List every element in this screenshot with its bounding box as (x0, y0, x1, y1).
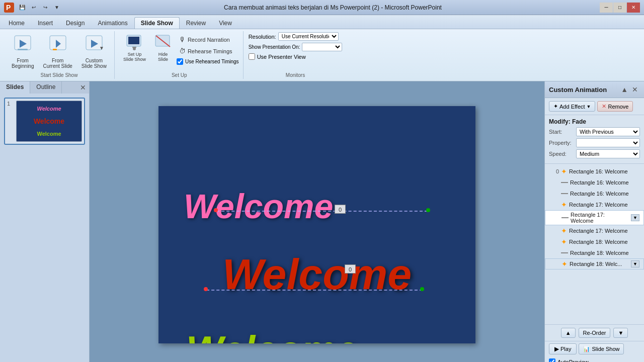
anim-item-5[interactable]: Rectangle 17: Welcome ▼ (545, 210, 644, 225)
record-icon: 🎙 (179, 36, 186, 43)
speed-select[interactable]: Medium Slow Fast (576, 149, 640, 158)
ribbon-content: FromBeginning FromCurrent Slide (0, 29, 644, 81)
anim-star-1: ✦ (561, 167, 567, 175)
slideshow-label: Slide Show (592, 346, 619, 352)
play-label: Play (560, 346, 571, 352)
slideshow-button[interactable]: 📊 Slide Show (579, 343, 624, 354)
anim-line-5 (561, 217, 569, 218)
anim-panel-close-button[interactable]: ✕ (630, 84, 640, 95)
reorder-down-button[interactable]: ▼ (613, 328, 628, 338)
svg-rect-12 (128, 37, 139, 44)
tab-outline[interactable]: Outline (30, 81, 62, 94)
anim-name-4: Rectangle 17: Welcome (569, 202, 640, 208)
play-button[interactable]: ▶ Play (549, 343, 577, 354)
reorder-label-button[interactable]: Re-Order (579, 328, 611, 338)
autopreview-label: AutoPreview (557, 359, 589, 363)
anim-item-6[interactable]: ✦ Rectangle 17: Welcome (545, 225, 644, 236)
motion-arrow-end-red (420, 287, 424, 291)
rehearse-timings-button[interactable]: ⏱ Rehearse Timings (177, 46, 239, 56)
custom-animation-panel: Custom Animation ▲ ✕ ✦ Add Effect ▼ ✕ Re… (544, 81, 644, 362)
anim-item-5-dropdown[interactable]: ▼ (631, 214, 639, 221)
slide-thumbnail-1[interactable]: 1 Welcome Welcome Welcome (4, 98, 85, 145)
svg-text:P: P (6, 4, 11, 12)
show-on-select[interactable] (302, 43, 342, 51)
record-narration-label: Record Narration (188, 37, 230, 43)
tab-review[interactable]: Review (180, 17, 212, 29)
anim-star-9: ✦ (561, 260, 568, 268)
hide-slide-button[interactable]: HideSlide (151, 32, 175, 64)
welcome-text-red[interactable]: Welcome (169, 249, 465, 299)
close-button[interactable]: ✕ (627, 3, 640, 13)
anim-item-8[interactable]: Rectangle 18: Welcome (545, 247, 644, 258)
set-up-slide-show-button[interactable]: Set UpSlide Show (120, 32, 149, 64)
window-controls: ─ □ ✕ (600, 3, 640, 13)
canvas-area[interactable]: 0 Welcome 0 Welcome 0 Welcome (90, 81, 544, 362)
anim-name-3: Rectangle 16: Welcome (570, 191, 640, 197)
from-current-slide-button[interactable]: FromCurrent Slide (39, 32, 75, 71)
anim-line-2 (561, 182, 568, 183)
monitors-group-label: Monitors (249, 71, 343, 79)
tab-design[interactable]: Design (59, 17, 91, 29)
add-effect-dropdown: ▼ (587, 104, 591, 109)
start-select[interactable]: With Previous After Previous On Click (576, 127, 640, 136)
anim-name-8: Rectangle 18: Welcome (570, 250, 640, 256)
anim-item-7[interactable]: ✦ Rectangle 18: Welcome (545, 236, 644, 247)
welcome-text-green[interactable]: Welcome (186, 327, 358, 343)
anim-item-1[interactable]: 0 ✦ Rectangle 16: Welcome (545, 166, 644, 177)
record-narration-button[interactable]: 🎙 Record Narration (177, 34, 239, 45)
svg-rect-14 (132, 47, 136, 48)
anim-item-4[interactable]: ✦ Rectangle 17: Welcome (545, 199, 644, 210)
play-icon: ▶ (554, 345, 559, 352)
set-up-label: Set UpSlide Show (123, 52, 146, 62)
maximize-button[interactable]: □ (613, 3, 626, 13)
undo-button[interactable]: ↩ (29, 3, 39, 13)
resolution-select[interactable]: Use Current Resolution (278, 32, 339, 41)
use-rehearsed-checkbox[interactable] (177, 58, 183, 65)
ribbon-group-monitors: Resolution: Use Current Resolution Show … (245, 31, 347, 79)
minimize-button[interactable]: ─ (600, 3, 613, 13)
from-beginning-label: FromBeginning (12, 58, 34, 69)
quick-save-button[interactable]: 💾 (17, 3, 27, 13)
welcome-text-pink[interactable]: Welcome (184, 187, 333, 226)
resolution-label: Resolution: (249, 34, 276, 40)
slide-panel-close-button[interactable]: ✕ (77, 81, 89, 94)
modify-label: Modify: Fade (549, 118, 640, 125)
tab-animations[interactable]: Animations (91, 17, 134, 29)
custom-slideshow-button[interactable]: ▼ CustomSlide Show (78, 32, 110, 71)
anim-item-3[interactable]: Rectangle 16: Welcome (545, 188, 644, 199)
anim-item-9-dropdown[interactable]: ▼ (631, 260, 639, 267)
reorder-up-button[interactable]: ▲ (561, 328, 576, 338)
slide-panel-tabs: Slides Outline ✕ (0, 81, 89, 94)
anim-panel-collapse-button[interactable]: ▲ (619, 84, 630, 95)
redo-button[interactable]: ↪ (40, 3, 50, 13)
from-current-slide-label: FromCurrent Slide (43, 58, 72, 69)
quick-access-toolbar: 💾 ↩ ↪ ▼ (17, 3, 62, 13)
anim-line-3 (561, 193, 568, 194)
setup-buttons: Set UpSlide Show HideSlide 🎙 Record Narr… (120, 32, 239, 71)
tab-insert[interactable]: Insert (31, 17, 59, 29)
from-beginning-button[interactable]: FromBeginning (8, 32, 37, 71)
anim-properties: Modify: Fade Start: With Previous After … (545, 115, 644, 164)
add-effect-button[interactable]: ✦ Add Effect ▼ (549, 101, 595, 112)
hide-slide-label: HideSlide (158, 52, 168, 62)
tab-slideshow[interactable]: Slide Show (134, 17, 180, 29)
remove-button[interactable]: ✕ Remove (597, 101, 633, 112)
quick-access-dropdown[interactable]: ▼ (52, 3, 62, 13)
autopreview-checkbox[interactable] (549, 358, 555, 362)
anim-item-2[interactable]: Rectangle 16: Welcome (545, 177, 644, 188)
slide-canvas[interactable]: 0 Welcome 0 Welcome 0 Welcome (158, 106, 475, 343)
window-title: Cara membuat animasi teks berjalan di Ms… (66, 4, 600, 11)
anim-name-9: Rectangle 18: Welc... (570, 261, 629, 267)
anim-item-9[interactable]: ✦ Rectangle 18: Welc... ▼ (545, 258, 644, 269)
tab-view[interactable]: View (212, 17, 238, 29)
presenter-view-checkbox[interactable] (249, 53, 255, 60)
tab-slides[interactable]: Slides (0, 81, 30, 94)
autopreview-row[interactable]: AutoPreview (545, 357, 644, 362)
property-select[interactable] (576, 138, 640, 147)
svg-rect-4 (18, 49, 28, 50)
anim-name-5: Rectangle 17: Welcome (571, 212, 629, 224)
tab-home[interactable]: Home (2, 17, 31, 29)
motion-arrow-start-red (204, 287, 208, 291)
presenter-view-row[interactable]: Use Presenter View (249, 53, 306, 60)
use-rehearsed-checkbox-row[interactable]: Use Rehearsed Timings (177, 58, 239, 65)
